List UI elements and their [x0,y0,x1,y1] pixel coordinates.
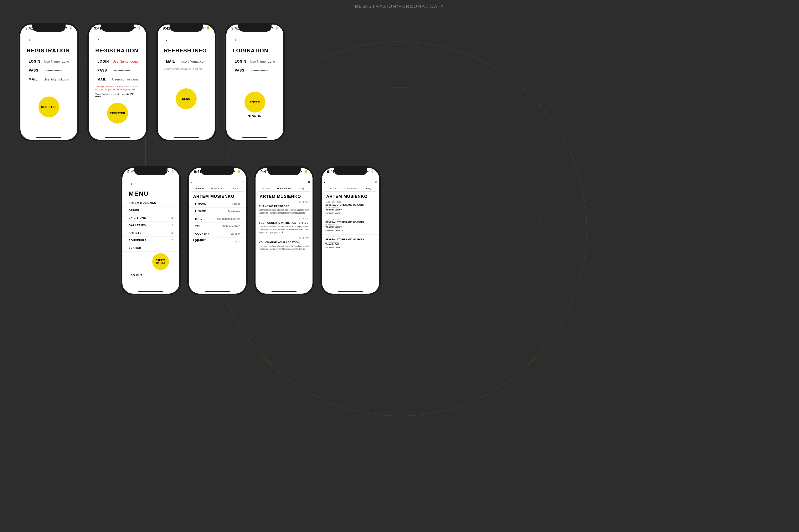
status-time-8: 9:41 [327,170,335,174]
phone-notch-5 [134,168,167,175]
screen-title-3: REFRESH INFO [158,45,215,57]
close-btn-6[interactable]: ✕ [241,180,244,184]
phone-registration-error: 9:41 ▪▪▪ ᯤ 🔋 ‹ REGISTRATION LOGIN UserNa… [87,23,148,141]
error-message-2: Your login contains incorrectly info or … [89,84,146,92]
pf-label-lname: L NAME [195,210,212,213]
field-mail-1: MAIL User@gmail.com [20,75,77,84]
story-by-3: by Nikita Kadan [326,241,376,243]
notif-date-3: 14.11.2020 [256,236,313,240]
menu-item-order[interactable]: ORDER 1 [122,207,179,214]
profile-name-8: ARTEM MUSIENKO [322,192,379,200]
notif-title-3: YOU CHANGE YOUR LOCATION [259,241,309,244]
status-time-7: 9:41 [261,170,268,174]
phone-notch-8 [334,168,367,175]
register-button-1[interactable]: REGISTER [38,96,59,117]
notif-date-1: 14.11.2020 [256,200,313,204]
tab-account-7[interactable]: Account [258,186,275,191]
field-label-pass-4: PASS [235,69,252,72]
phone-content-8: ‹ ✕ Account Notifications Story ARTEM MU… [322,178,379,252]
log-out-5[interactable]: LOG OUT [122,272,179,279]
phone-notch-4 [238,24,272,32]
click-here-2[interactable]: CLICK HERE [95,93,134,98]
notif-text-2: Lorem ipsum dolor sit amet, consectetur … [259,225,309,234]
forgot-text-2: You've forgotten your mail or pass CLICK… [89,92,146,99]
back-arrow-5[interactable]: ‹ [122,178,179,189]
menu-count-order: 1 [171,209,173,212]
close-btn-8[interactable]: ✕ [374,180,377,184]
field-label-pass-2: PASS [97,69,114,72]
close-btn-7[interactable]: ✕ [308,180,311,184]
status-time-3: 9:41 [163,26,170,31]
story-gallery-2: Voloshin Gallery [326,226,376,228]
menu-label-artists: ARTISTS [129,231,142,234]
phone-notch-2 [101,24,134,32]
profile-field-tell: TELL +300664546677 [189,223,246,230]
notif-title-2: YOUR ORDER IS IN THE POST OFFICE [259,222,309,224]
field-value-login-1: UserName_Long [44,60,69,63]
notif-text-3: Lorem ipsum dolor sit amet, consectetur … [259,245,309,251]
tab-story-8[interactable]: Story [359,186,377,191]
status-time-1: 9:41 [25,26,33,31]
story-date-2: 12.10 - 14.11.2020 [326,218,376,221]
menu-item-exibitions[interactable]: EXIBITIONS 3 [122,214,179,222]
menu-item-artem[interactable]: ARTEM MUSIENKO [122,199,179,207]
menu-item-souvenirs[interactable]: SOUVENIRS 2 [122,237,179,244]
story-by-2: by Nikita Kadan [326,224,376,226]
back-arrow-4[interactable]: ‹ [226,35,283,45]
field-mail-2: MAIL User@gmail.com [89,75,146,84]
field-label-mail-1: MAIL [29,78,43,81]
btn-container-3: SEND [158,72,215,109]
field-pass-4: PASS •••••••••••••• [226,66,283,75]
tab-notifications-8[interactable]: Notifications [342,186,359,191]
tabs-container-7: Account Notifications Story [256,178,313,192]
status-time-6: 9:41 [194,170,201,174]
pf-label-tell: TELL [195,225,212,228]
log-out-6[interactable]: LOG OUT [189,235,246,245]
phone-notch-1 [32,24,66,32]
notif-date-2: 14.11.2020 [256,217,313,221]
back-btn-8[interactable]: ‹ [324,180,326,185]
back-btn-6[interactable]: ‹ [191,180,192,185]
story-title-2: SEVERAL STORIES AND OBJECTS [326,221,376,223]
tab-bar-6: Account Notifications Story [191,186,244,192]
explore-more-3[interactable]: EXPLORE MORE → [326,246,376,250]
field-label-login-4: LOGIN [235,60,250,63]
back-arrow-3[interactable]: ‹ [158,35,215,45]
field-value-mail-3: User@gmail.com [181,60,206,63]
back-arrow-2[interactable]: ‹ [89,35,146,45]
create-journey-button[interactable]: CREATEJORNEY [152,253,169,270]
profile-name-6: ARTEM MUSIENKO [189,192,246,200]
back-arrow-1[interactable]: ‹ [20,35,77,45]
explore-more-2[interactable]: EXPLORE MORE → [326,229,376,232]
back-btn-7[interactable]: ‹ [258,180,259,185]
tab-account-6[interactable]: Account [191,186,209,191]
home-bar-3 [174,137,199,138]
tab-account-8[interactable]: Account [324,186,342,191]
phone-account: 9:41 ▪▪▪ ᯤ 🔋 ‹ ✕ Account Notifications S… [187,166,247,295]
screen-title-2: REGISTRATION [89,45,146,57]
explore-more-1[interactable]: EXPLORE MORE → [326,211,376,215]
field-login-4: LOGIN UserName_Long [226,57,283,66]
tab-notifications-6[interactable]: Notifications [209,186,226,191]
pf-label-country: COUNTRY [195,232,212,235]
story-by-1: by Nikita Kadan [326,207,376,209]
tab-story-7[interactable]: Story [293,186,311,191]
phone-notch-3 [170,24,203,32]
tab-notifications-7[interactable]: Notifications [275,186,293,191]
menu-item-galleries[interactable]: GALLERIES 2 [122,222,179,229]
menu-item-artists[interactable]: ARTISTS 5 [122,229,179,237]
send-button-3[interactable]: SEND [176,89,197,109]
enter-button-4[interactable]: ENTER [244,92,265,113]
tab-bar-8: Account Notifications Story [324,186,377,192]
field-value-pass-4: •••••••••••••• [252,69,267,72]
pf-value-tell: +300664546677 [220,225,240,228]
menu-count-exibitions: 3 [171,216,173,220]
phone-notch-7 [267,168,301,175]
screen-title-1: REGISTRATION [20,45,77,57]
field-value-login-4: UserName_Long [250,60,275,63]
register-button-2[interactable]: REGISTER [107,103,128,124]
tab-story-6[interactable]: Story [226,186,244,191]
menu-item-search[interactable]: SEARCH [122,244,179,252]
field-label-pass-1: PASS [29,69,45,72]
phone-content-6: ‹ ✕ Account Notifications Story ARTEM MU… [189,178,246,245]
